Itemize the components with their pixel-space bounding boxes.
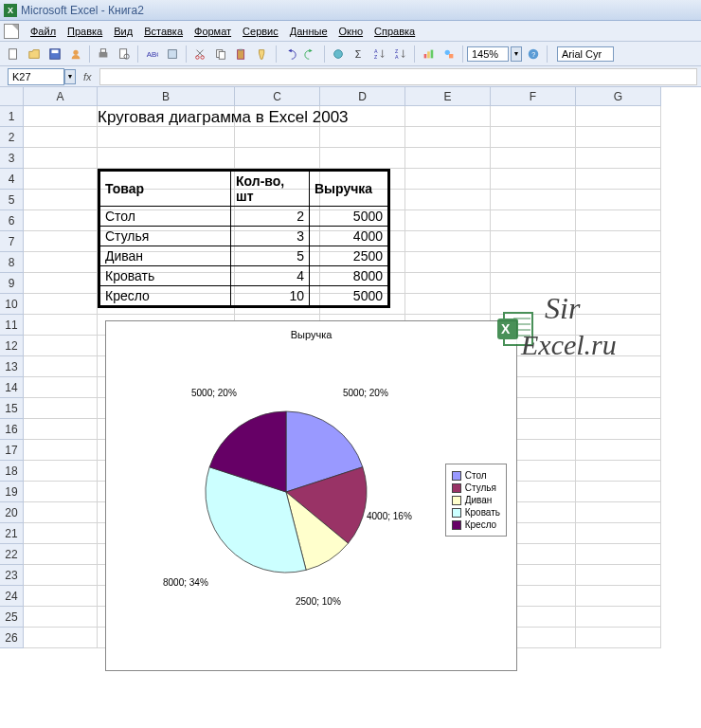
row-header[interactable]: 26 bbox=[0, 628, 24, 648]
row-header[interactable]: 9 bbox=[0, 273, 24, 294]
font-name-input[interactable]: Arial Cyr bbox=[557, 46, 614, 62]
menu-edit[interactable]: Правка bbox=[62, 24, 108, 39]
name-box[interactable]: K27 bbox=[8, 68, 64, 85]
row-header[interactable]: 2 bbox=[0, 127, 24, 148]
zoom-input[interactable]: 145% bbox=[467, 46, 509, 62]
print-preview-icon[interactable] bbox=[115, 45, 134, 64]
help-icon[interactable]: ? bbox=[524, 45, 543, 64]
spellcheck-icon[interactable]: ABC bbox=[142, 45, 161, 64]
row-header[interactable]: 16 bbox=[0, 419, 24, 440]
col-header[interactable]: E bbox=[405, 87, 491, 106]
toolbar-separator bbox=[137, 46, 138, 63]
sort-asc-icon[interactable]: AZ bbox=[370, 45, 389, 64]
pie-chart[interactable]: Выручка 5000; 20% 4000; 16% 2500; 10% 80… bbox=[105, 320, 517, 671]
drawing-icon[interactable] bbox=[440, 45, 458, 64]
save-icon[interactable] bbox=[45, 45, 64, 64]
data-label: 2500; 10% bbox=[296, 596, 341, 607]
menu-view[interactable]: Вид bbox=[108, 24, 138, 39]
row-header[interactable]: 17 bbox=[0, 440, 24, 461]
data-label: 8000; 34% bbox=[163, 577, 208, 588]
open-icon[interactable] bbox=[25, 45, 44, 64]
document-icon[interactable] bbox=[4, 24, 19, 39]
menu-file[interactable]: Файл bbox=[25, 24, 62, 39]
row-header[interactable]: 11 bbox=[0, 315, 24, 336]
row-header[interactable]: 23 bbox=[0, 565, 24, 586]
row-header[interactable]: 20 bbox=[0, 502, 24, 523]
row-header[interactable]: 13 bbox=[0, 356, 24, 377]
menu-format[interactable]: Формат bbox=[189, 24, 237, 39]
sort-desc-icon[interactable]: ZA bbox=[391, 45, 410, 64]
print-icon[interactable] bbox=[94, 45, 113, 64]
row-header[interactable]: 8 bbox=[0, 252, 24, 273]
row-header[interactable]: 12 bbox=[0, 336, 24, 356]
svg-text:A: A bbox=[395, 54, 399, 60]
svg-rect-22 bbox=[424, 54, 427, 58]
svg-rect-5 bbox=[100, 48, 105, 52]
svg-rect-26 bbox=[449, 54, 453, 58]
autosum-icon[interactable]: Σ bbox=[350, 45, 368, 64]
research-icon[interactable] bbox=[163, 45, 182, 64]
svg-rect-0 bbox=[9, 48, 17, 59]
svg-rect-13 bbox=[219, 51, 225, 59]
table-row: Диван52500 bbox=[100, 246, 388, 266]
toolbar-separator bbox=[276, 46, 277, 63]
copy-icon[interactable] bbox=[211, 45, 230, 64]
chart-wizard-icon[interactable] bbox=[419, 45, 438, 64]
row-header[interactable]: 7 bbox=[0, 231, 24, 252]
svg-text:X: X bbox=[501, 321, 511, 337]
formula-input[interactable] bbox=[99, 68, 697, 85]
permissions-icon[interactable] bbox=[66, 45, 85, 64]
menu-help[interactable]: Справка bbox=[368, 24, 421, 39]
col-header[interactable]: C bbox=[235, 87, 320, 106]
chart-title: Выручка bbox=[106, 329, 516, 340]
table-row: Кресло105000 bbox=[100, 286, 388, 306]
format-painter-icon[interactable] bbox=[253, 45, 272, 64]
col-header[interactable]: G bbox=[576, 87, 661, 106]
row-header[interactable]: 21 bbox=[0, 523, 24, 544]
watermark-domain-text: Excel.ru bbox=[521, 329, 617, 361]
svg-rect-4 bbox=[99, 52, 108, 57]
menu-insert[interactable]: Вставка bbox=[138, 24, 189, 39]
menu-tools[interactable]: Сервис bbox=[237, 24, 284, 39]
undo-icon[interactable] bbox=[280, 45, 299, 64]
zoom-dropdown-icon[interactable]: ▼ bbox=[511, 46, 522, 62]
row-header[interactable]: 5 bbox=[0, 190, 24, 210]
new-doc-icon[interactable] bbox=[4, 45, 23, 64]
cells-area[interactable]: document.write(Array.from({length:26},()… bbox=[24, 106, 701, 648]
row-header[interactable]: 19 bbox=[0, 482, 24, 502]
row-header[interactable]: 10 bbox=[0, 294, 24, 315]
toolbar-separator bbox=[414, 46, 415, 63]
row-header[interactable]: 24 bbox=[0, 586, 24, 607]
row-header[interactable]: 1 bbox=[0, 106, 24, 127]
menu-data[interactable]: Данные bbox=[284, 24, 333, 39]
col-header[interactable]: D bbox=[320, 87, 405, 106]
svg-rect-6 bbox=[120, 48, 127, 58]
row-header[interactable]: 4 bbox=[0, 169, 24, 190]
hyperlink-icon[interactable] bbox=[329, 45, 348, 64]
col-header[interactable]: F bbox=[491, 87, 576, 106]
row-header[interactable]: 15 bbox=[0, 398, 24, 419]
row-header[interactable]: 14 bbox=[0, 377, 24, 398]
col-header[interactable]: A bbox=[24, 87, 98, 106]
fx-button[interactable]: fx bbox=[83, 71, 92, 82]
redo-icon[interactable] bbox=[301, 45, 320, 64]
namebox-dropdown-icon[interactable]: ▼ bbox=[64, 69, 76, 84]
standard-toolbar: ABC Σ AZ ZA 145% ▼ ? Arial Cyr bbox=[0, 42, 701, 66]
row-header[interactable]: 18 bbox=[0, 461, 24, 482]
row-header[interactable]: 3 bbox=[0, 148, 24, 169]
toolbar-separator bbox=[462, 46, 463, 63]
menu-window[interactable]: Окно bbox=[333, 24, 369, 39]
select-all-corner[interactable] bbox=[0, 87, 24, 106]
row-header[interactable]: 6 bbox=[0, 210, 24, 231]
excel-app-icon: X bbox=[4, 4, 17, 17]
table-header: Товар bbox=[100, 172, 231, 207]
row-header[interactable]: 25 bbox=[0, 607, 24, 628]
table-header: Кол-во, шт bbox=[231, 172, 310, 207]
window-title: Microsoft Excel - Книга2 bbox=[21, 4, 144, 17]
cut-icon[interactable] bbox=[190, 45, 209, 64]
svg-point-3 bbox=[73, 49, 78, 54]
col-header[interactable]: B bbox=[98, 87, 235, 106]
data-label: 5000; 20% bbox=[343, 388, 388, 398]
row-header[interactable]: 22 bbox=[0, 544, 24, 565]
paste-icon[interactable] bbox=[232, 45, 251, 64]
